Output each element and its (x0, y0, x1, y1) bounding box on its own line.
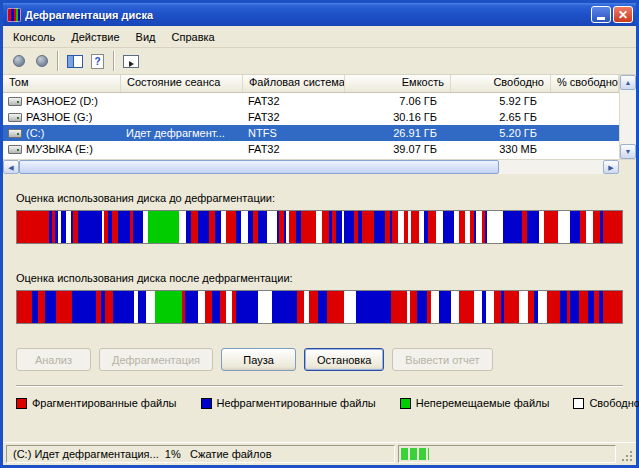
scroll-up-button[interactable]: ▲ (620, 75, 636, 90)
status-bar: (C:) Идет дефрагментация... 1% Сжатие фа… (3, 442, 636, 465)
column-header-2[interactable]: Файловая система (243, 75, 345, 92)
table-cell: 39.07 ГБ (345, 141, 451, 157)
table-cell: РАЗНОЕ (G:) (3, 109, 121, 125)
legend-label: Нефрагментированные файлы (217, 397, 376, 409)
toolbar-separator (57, 51, 59, 71)
circle-glyph (13, 55, 25, 67)
hscroll-track[interactable] (499, 160, 603, 174)
close-icon: ✕ (618, 9, 628, 21)
legend-label: Свободно (589, 397, 639, 409)
disk-usage-before-bar (16, 210, 623, 244)
play-glyph (123, 55, 139, 68)
vertical-scrollbar[interactable]: ▲ ▼ (619, 75, 636, 159)
scrollbar-corner (619, 160, 636, 174)
volume-table: ТомСостояние сеансаФайловая системаЕмкос… (3, 75, 619, 159)
toolbar: ? (3, 48, 636, 75)
defragment-button[interactable]: Дефрагментация (99, 348, 213, 371)
resize-grip[interactable] (619, 445, 634, 463)
defrag-panel: Оценка использования диска до дефрагмент… (3, 174, 636, 442)
table-header: ТомСостояние сеансаФайловая системаЕмкос… (3, 75, 619, 93)
before-bar-label: Оценка использования диска до дефрагмент… (16, 192, 623, 208)
table-cell: 5.92 ГБ (451, 93, 551, 109)
legend-divider (16, 385, 623, 387)
legend-label: Фрагментированные файлы (32, 397, 177, 409)
close-button[interactable]: ✕ (613, 6, 633, 23)
status-text: (C:) Идет дефрагментация... 1% Сжатие фа… (6, 445, 395, 463)
show-console-tree-icon[interactable] (63, 50, 86, 72)
table-cell: 2.65 ГБ (451, 109, 551, 125)
disk-usage-after-bar (16, 290, 623, 324)
column-header-5[interactable]: % свободного м (551, 75, 619, 92)
nav-circle-2-icon[interactable] (30, 50, 53, 72)
menu-item-0[interactable]: Консоль (5, 28, 63, 46)
table-cell: 30.16 ГБ (345, 109, 451, 125)
column-header-3[interactable]: Емкость (345, 75, 451, 92)
circle-glyph (36, 55, 48, 67)
window-title: Дефрагментация диска (25, 9, 589, 21)
table-cell: FAT32 (243, 109, 345, 125)
horizontal-scrollbar-row: ◀ ▶ (3, 159, 636, 174)
table-cell (121, 93, 243, 109)
table-row[interactable]: РАЗНОЕ (G:)FAT3230.16 ГБ2.65 ГБ (3, 109, 619, 125)
defrag-window: Дефрагментация диска ✕ КонсольДействиеВи… (0, 0, 639, 468)
hscroll-thumb[interactable] (19, 160, 499, 174)
drive-icon (8, 145, 22, 154)
progress-bar (398, 445, 616, 463)
after-bar-label: Оценка использования диска после дефрагм… (16, 272, 623, 288)
legend-swatch-contiguous (201, 398, 212, 409)
table-cell: 7.06 ГБ (345, 93, 451, 109)
table-row[interactable]: МУЗЫКА (E:)FAT3239.07 ГБ330 МБ (3, 141, 619, 157)
legend-item-fragmented: Фрагментированные файлы (16, 397, 177, 409)
table-row[interactable]: РАЗНОЕ2 (D:)FAT327.06 ГБ5.92 ГБ (3, 93, 619, 109)
drive-icon (8, 113, 22, 122)
horizontal-scrollbar[interactable]: ◀ ▶ (3, 160, 619, 174)
legend-label: Неперемещаемые файлы (416, 397, 550, 409)
volume-list: ТомСостояние сеансаФайловая системаЕмкос… (3, 75, 636, 159)
legend-item-unmovable: Неперемещаемые файлы (400, 397, 550, 409)
table-cell: 26.91 ГБ (345, 125, 451, 141)
table-cell: РАЗНОЕ2 (D:) (3, 93, 121, 109)
toolbar-separator (113, 51, 115, 71)
table-cell: (C:) (3, 125, 121, 141)
title-bar: Дефрагментация диска ✕ (3, 3, 636, 26)
column-header-1[interactable]: Состояние сеанса (121, 75, 243, 92)
menu-item-3[interactable]: Справка (164, 28, 223, 46)
legend-swatch-fragmented (16, 398, 27, 409)
start-view-icon[interactable] (119, 50, 142, 72)
column-header-4[interactable]: Свободно (451, 75, 551, 92)
table-cell: NTFS (243, 125, 345, 141)
nav-circle-1-icon[interactable] (7, 50, 30, 72)
legend-item-contiguous: Нефрагментированные файлы (201, 397, 376, 409)
report-button[interactable]: Вывести отчет (392, 348, 492, 371)
scroll-left-button[interactable]: ◀ (3, 160, 19, 174)
column-header-0[interactable]: Том (3, 75, 121, 92)
legend-swatch-free (573, 398, 584, 409)
minimize-button[interactable] (591, 6, 611, 23)
table-cell (551, 125, 619, 141)
panes-glyph (67, 55, 83, 68)
table-cell: МУЗЫКА (E:) (3, 141, 121, 157)
help-icon[interactable]: ? (86, 50, 109, 72)
action-buttons: АнализДефрагментацияПаузаОстановкаВывест… (16, 348, 623, 371)
table-cell (551, 93, 619, 109)
table-body: РАЗНОЕ2 (D:)FAT327.06 ГБ5.92 ГБРАЗНОЕ (G… (3, 93, 619, 159)
drive-icon (8, 97, 22, 106)
legend-item-free: Свободно (573, 397, 639, 409)
help-glyph: ? (91, 54, 104, 69)
table-row[interactable]: (C:)Идет дефрагмент...NTFS26.91 ГБ5.20 Г… (3, 125, 619, 141)
menu-item-1[interactable]: Действие (63, 28, 127, 46)
progress-fill (401, 448, 429, 460)
analyze-button[interactable]: Анализ (16, 348, 91, 371)
menu-bar: КонсольДействиеВидСправка (3, 26, 636, 48)
table-cell (121, 141, 243, 157)
stop-button[interactable]: Остановка (304, 348, 384, 371)
vscroll-track[interactable] (620, 90, 636, 144)
drive-icon (8, 129, 22, 138)
table-cell: 330 МБ (451, 141, 551, 157)
table-cell (551, 141, 619, 157)
scroll-down-button[interactable]: ▼ (620, 144, 636, 159)
menu-item-2[interactable]: Вид (128, 28, 164, 46)
pause-button[interactable]: Пауза (221, 348, 296, 371)
scroll-right-button[interactable]: ▶ (603, 160, 619, 174)
minimize-icon (597, 17, 605, 20)
